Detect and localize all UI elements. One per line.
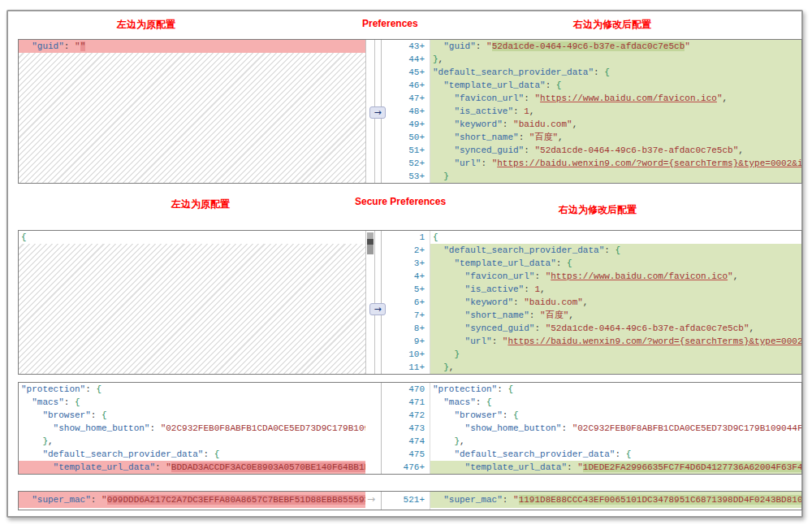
code-token <box>433 495 443 505</box>
code-token: "browser" <box>42 410 90 420</box>
code-token: : <box>91 495 102 505</box>
code-token: } <box>443 171 449 181</box>
code-token: "favicon_url" <box>465 271 535 281</box>
line-number-column: 43+44+45+46+47+48+49+50+51+52+53+ <box>382 40 430 183</box>
code-token: , <box>572 119 578 129</box>
code-token: : <box>519 132 529 142</box>
original-code-pane[interactable]: "guid": "" <box>19 40 365 183</box>
code-token: "baidu.com" <box>524 297 583 307</box>
line-number: 6+ <box>382 296 430 309</box>
code-token: : <box>503 119 513 129</box>
modified-code-pane[interactable]: { "default_search_provider_data": { "tem… <box>430 231 801 374</box>
code-token: : <box>524 93 534 103</box>
line-number-column: 12+3+4+5+6+7+8+9+10+11+ <box>382 231 430 374</box>
pane-divider <box>375 383 382 474</box>
code-token: { <box>508 384 513 394</box>
code-token: { <box>214 449 220 459</box>
code-token: { <box>433 232 438 242</box>
code-token: : <box>534 271 545 281</box>
code-line: "browser": { <box>430 409 801 422</box>
label-secure-preferences-title: Secure Preferences <box>355 196 446 207</box>
code-token <box>433 258 454 268</box>
modified-code-pane[interactable]: "guid": "52da1cde-0464-49c6-b37e-afdac0c… <box>430 40 801 183</box>
code-token: { <box>567 258 572 268</box>
code-token <box>21 410 42 420</box>
pane-divider <box>375 492 382 510</box>
code-token: 52da1cde-0464-49c6-b37e-afdac0c7e5cb <box>492 41 685 51</box>
code-token: " <box>513 495 519 505</box>
merge-arrow-button[interactable]: → <box>369 106 386 119</box>
code-token: "is_active" <box>465 284 525 294</box>
code-token: { <box>604 67 610 77</box>
code-token: : <box>503 410 513 420</box>
code-token: "keyword" <box>465 297 513 307</box>
code-token <box>433 93 454 103</box>
line-number: 521+ <box>382 492 430 508</box>
code-token: , <box>749 323 754 333</box>
code-line: "show_home_button": "02C932FEB0F8ABFB1CD… <box>19 422 365 435</box>
label-modified-config-bottom: 右边为修改后配置 <box>559 203 637 217</box>
code-token: 1DEDE2FA2996635FC7F4D6D4127736A62004F63F… <box>583 462 801 472</box>
code-line: "show_home_button": "02C932FEB0F8ABFB1CD… <box>430 422 801 435</box>
code-token: "synced_guid" <box>454 145 524 155</box>
modified-code-pane[interactable]: "protection": { "macs": { "browser": { "… <box>430 383 801 474</box>
code-token: { <box>96 384 102 394</box>
missing-lines-hatch <box>19 53 365 183</box>
code-token: , <box>460 436 465 446</box>
code-token: "show_home_button" <box>54 423 150 433</box>
code-token <box>433 245 443 255</box>
code-token: BDDAD3ACCDF3AC0E8903A0570BE140F64BB1DF <box>171 462 365 472</box>
line-number: 49+ <box>382 118 430 131</box>
code-line: "keyword": "baidu.com", <box>430 296 801 309</box>
code-token: } <box>433 54 438 64</box>
code-token: , <box>558 132 564 142</box>
code-token: : <box>503 495 513 505</box>
code-token: "template_url_data" <box>465 462 567 472</box>
code-token: "show_home_button" <box>465 423 562 433</box>
code-line: "favicon_url": "https://www.baidu.com/fa… <box>430 270 801 283</box>
code-token: " <box>102 495 107 505</box>
code-token <box>21 41 32 51</box>
original-code-pane[interactable]: "super_mac": "099DDD6A217C2A7DC3EFFA80A8… <box>19 492 365 510</box>
code-token <box>433 462 465 472</box>
code-token: 1191D8E88CCC43EF0065101DC3478951C6871398… <box>519 495 801 505</box>
code-token: : <box>155 462 166 472</box>
code-token: "url" <box>465 336 492 346</box>
code-token: "keyword" <box>454 119 502 129</box>
code-token: : <box>567 462 577 472</box>
code-token: : <box>149 423 160 433</box>
code-token: "template_url_data" <box>54 462 155 472</box>
code-token: , <box>540 284 546 294</box>
line-number: 46+ <box>382 79 430 92</box>
diff-panel-preferences: "guid": ""43+44+45+46+47+48+49+50+51+52+… <box>18 39 802 184</box>
code-token: { <box>102 410 107 420</box>
code-token <box>433 423 465 433</box>
code-token <box>21 423 54 433</box>
code-line: }, <box>430 435 801 448</box>
scrollbar-thumb[interactable] <box>367 232 374 254</box>
code-token: "guid" <box>443 41 476 51</box>
merge-arrow-button[interactable]: → <box>369 303 386 315</box>
original-code-pane[interactable]: "protection": { "macs": { "browser": { "… <box>19 383 365 474</box>
code-token <box>433 323 465 333</box>
line-number-column: 521+ <box>382 492 430 510</box>
line-number: 44+ <box>382 53 430 66</box>
code-token: "default_search_provider_data" <box>42 449 203 459</box>
code-line: "template_url_data": "1DEDE2FA2996635FC7… <box>430 461 801 474</box>
code-token <box>433 297 465 307</box>
code-token: " <box>717 93 723 103</box>
code-token <box>21 462 54 472</box>
left-scrollbar[interactable] <box>365 231 375 374</box>
original-code-pane[interactable]: { <box>19 231 365 374</box>
code-line: "url": "https://baidu.wenxin9.com/?word=… <box>430 335 801 348</box>
code-token <box>433 132 454 142</box>
code-token: " <box>486 41 492 51</box>
code-line: "template_url_data": "BDDAD3ACCDF3AC0E89… <box>19 461 365 474</box>
modified-code-pane[interactable]: "super_mac": "1191D8E88CCC43EF0065101DC3… <box>430 492 801 510</box>
code-token: { <box>75 397 80 407</box>
line-number: 7+ <box>382 309 430 322</box>
code-token: , <box>738 145 744 155</box>
code-token <box>433 41 443 51</box>
code-token: , <box>723 93 728 103</box>
code-token: "protection" <box>433 384 497 394</box>
